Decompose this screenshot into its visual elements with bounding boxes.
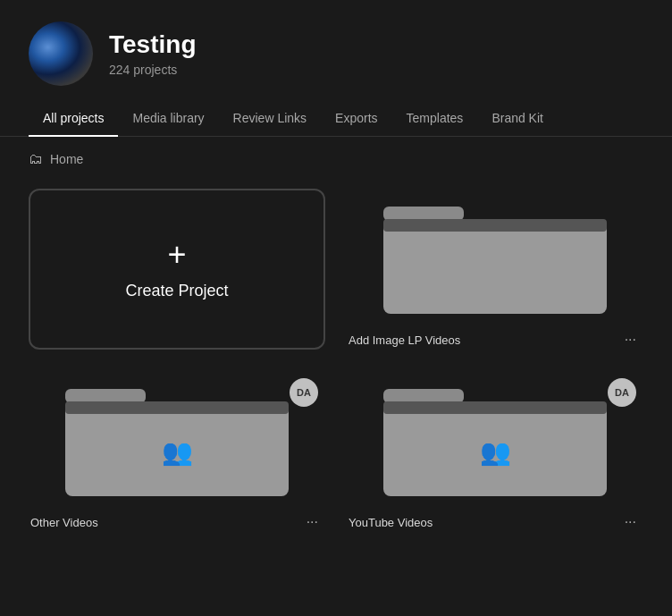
folder-shape: [347, 189, 643, 323]
folder-shape: 👥 DA: [29, 371, 325, 505]
plus-icon: +: [167, 239, 186, 271]
tab-templates[interactable]: Templates: [392, 100, 478, 136]
tab-review-links[interactable]: Review Links: [219, 100, 321, 136]
main-nav: All projects Media library Review Links …: [0, 100, 672, 137]
folder-name: Other Videos: [30, 516, 98, 529]
folder-visual: 👥 DA: [347, 371, 643, 505]
tab-exports[interactable]: Exports: [321, 100, 391, 136]
tab-brand-kit[interactable]: Brand Kit: [477, 100, 558, 136]
folder-name: Add Image LP Videos: [349, 333, 460, 347]
folder-shape: 👥 DA: [347, 371, 643, 505]
folder-icon: 👥: [347, 371, 643, 505]
create-project-label: Create Project: [125, 282, 228, 300]
folder-footer: Other Videos ···: [29, 512, 325, 532]
breadcrumb: 🗂 Home: [0, 137, 672, 181]
create-project-card[interactable]: + Create Project: [29, 189, 325, 350]
folder-visual: 👥 DA: [29, 371, 325, 505]
folder-footer: Add Image LP Videos ···: [347, 330, 643, 350]
tab-media-library[interactable]: Media library: [118, 100, 218, 136]
workspace-name: Testing: [109, 30, 196, 59]
folder-icon: [347, 189, 643, 323]
folder-footer: YouTube Videos ···: [347, 512, 643, 532]
svg-rect-7: [383, 389, 464, 403]
tab-all-projects[interactable]: All projects: [29, 100, 118, 136]
home-folder-icon: 🗂: [29, 151, 43, 167]
svg-rect-3: [65, 389, 146, 403]
svg-rect-5: [65, 401, 289, 414]
folder-more-button[interactable]: ···: [619, 330, 642, 350]
projects-grid: + Create Project Add Image LP Videos ···: [0, 181, 672, 561]
svg-rect-2: [383, 219, 607, 232]
project-count: 224 projects: [109, 63, 196, 77]
folder-other-videos[interactable]: 👥 DA Other Videos ···: [29, 371, 325, 532]
svg-rect-9: [383, 401, 607, 414]
folder-add-image-lp[interactable]: Add Image LP Videos ···: [347, 189, 643, 350]
folder-name: YouTube Videos: [349, 516, 433, 529]
svg-text:👥: 👥: [162, 437, 193, 467]
folder-icon: 👥: [29, 371, 325, 505]
folder-visual: [347, 189, 643, 323]
breadcrumb-label[interactable]: Home: [50, 152, 83, 166]
folder-user-avatar: DA: [608, 378, 636, 407]
svg-rect-1: [383, 219, 607, 314]
svg-text:👥: 👥: [480, 437, 511, 467]
workspace-info: Testing 224 projects: [109, 30, 196, 77]
workspace-avatar: [29, 21, 93, 86]
folder-more-button[interactable]: ···: [301, 512, 323, 532]
svg-rect-0: [383, 207, 464, 221]
workspace-header: Testing 224 projects: [0, 0, 672, 100]
folder-user-avatar: DA: [290, 378, 318, 407]
folder-youtube-videos[interactable]: 👥 DA YouTube Videos ···: [347, 371, 643, 532]
folder-more-button[interactable]: ···: [619, 512, 642, 532]
